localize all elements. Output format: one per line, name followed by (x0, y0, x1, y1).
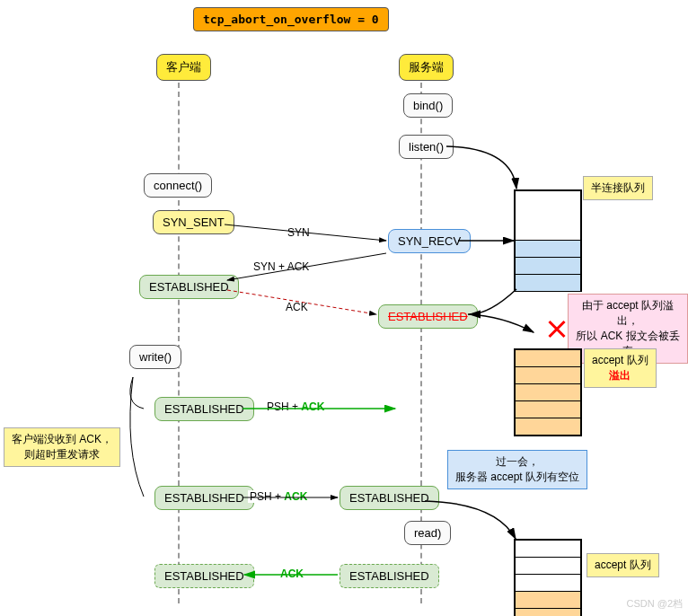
client-lifeline (178, 83, 180, 603)
write-box: write() (129, 345, 181, 369)
drop-cross (546, 319, 568, 340)
retry-note: 客户端没收到 ACK，则超时重发请求 (4, 427, 120, 467)
syn-label: SYN (286, 226, 312, 239)
connect-box: connect() (144, 173, 212, 198)
half-queue-label: 半连接队列 (583, 176, 653, 200)
est-server-4: ESTABLISHED (340, 564, 439, 588)
est-client-1: ESTABLISHED (139, 275, 239, 299)
listen-box: listen() (399, 135, 454, 159)
read-box: read) (404, 521, 451, 545)
bind-box: bind() (403, 93, 453, 118)
est-client-3: ESTABLISHED (154, 486, 254, 510)
syn-recv-box: SYN_RECV (388, 229, 471, 253)
client-box: 客户端 (156, 54, 211, 81)
ack-back-label: ACK (278, 568, 305, 580)
est-server-2: ESTABLISHED (340, 486, 439, 510)
accept-queue-1 (514, 348, 582, 436)
accept-queue-label-1: accept 队列溢出 (584, 348, 657, 388)
synack-label: SYN + ACK (251, 260, 311, 273)
syn-sent-box: SYN_SENT (153, 210, 234, 234)
half-queue (514, 189, 582, 292)
accept-queue-2 (514, 539, 582, 616)
accept-queue-label-2: accept 队列 (587, 553, 659, 577)
est-client-4: ESTABLISHED (154, 564, 254, 588)
est-server-crossed: ESTABLISHED (378, 304, 478, 329)
watermark: CSDN @2档 (626, 597, 683, 611)
pshack-label-2: PSH + ACK (248, 490, 309, 503)
ack-label: ACK (284, 301, 310, 313)
pshack-label-1: PSH + ACK (265, 400, 326, 413)
est-client-2: ESTABLISHED (154, 397, 254, 421)
later-note: 过一会，服务器 accept 队列有空位 (447, 450, 587, 489)
server-box: 服务端 (399, 54, 454, 81)
diagram-title: tcp_abort_on_overflow = 0 (193, 7, 389, 31)
